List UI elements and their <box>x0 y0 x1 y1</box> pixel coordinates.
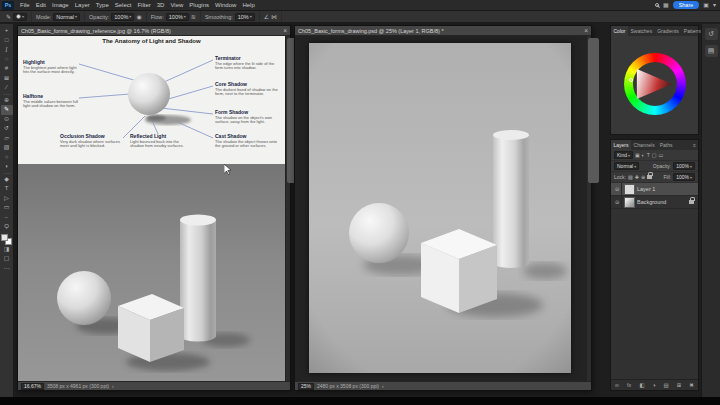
color-swatches[interactable] <box>1 234 12 245</box>
status-arrow-icon[interactable]: › <box>112 383 114 389</box>
chevron-down-icon[interactable]: ▾ <box>713 2 716 8</box>
eyedropper-tool[interactable]: ∕ <box>1 83 13 93</box>
scrollbar-thumb[interactable] <box>588 38 599 183</box>
properties-panel-icon[interactable]: ▤ <box>705 45 718 57</box>
tab-layers[interactable]: Layers <box>611 140 631 150</box>
screen-mode-button[interactable]: ▢ <box>1 254 13 264</box>
history-brush-tool[interactable]: ↺ <box>1 124 13 134</box>
type-tool[interactable]: T <box>1 184 13 194</box>
frame-tool[interactable]: ⊠ <box>1 74 13 84</box>
symmetry-icon[interactable]: ⋈ <box>271 13 277 20</box>
eraser-tool[interactable]: ▱ <box>1 134 13 144</box>
move-tool[interactable]: + <box>1 26 13 36</box>
pen-tool[interactable]: ◆ <box>1 175 13 185</box>
lock-transparency-icon[interactable]: ▨ <box>628 174 633 180</box>
tab-swatches[interactable]: Swatches <box>628 26 655 36</box>
adjustment-layer-icon[interactable]: ◑ <box>652 382 655 388</box>
menu-help[interactable]: Help <box>239 2 257 8</box>
canvas-reference[interactable]: The Anatomy of Light and Shadow <box>18 36 290 381</box>
tab-paths[interactable]: Paths <box>657 140 675 150</box>
lock-all-icon[interactable] <box>647 175 652 179</box>
layer-thumbnail[interactable] <box>624 184 635 195</box>
quick-selection-tool[interactable]: ◌ <box>1 55 13 65</box>
history-panel-icon[interactable]: ↺ <box>705 28 718 40</box>
menu-file[interactable]: File <box>17 2 33 8</box>
zoom-tool[interactable]: Ϙ <box>1 222 13 232</box>
link-layers-icon[interactable]: ∞ <box>615 382 619 388</box>
healing-brush-tool[interactable]: ⊕ <box>1 96 13 106</box>
visibility-eye-icon[interactable]: ⊙ <box>613 183 622 195</box>
toolbar-more-button[interactable]: ⋯ <box>1 264 13 274</box>
quick-mask-button[interactable]: ◨ <box>1 245 13 255</box>
color-wheel[interactable] <box>624 53 686 115</box>
menu-type[interactable]: Type <box>93 2 112 8</box>
vertical-scrollbar[interactable] <box>285 36 290 381</box>
tab-channels[interactable]: Channels <box>631 140 657 150</box>
flow-field[interactable]: 100%▾ <box>166 13 189 21</box>
filter-type-icon[interactable]: T <box>647 152 650 158</box>
share-button[interactable]: Share <box>673 1 700 9</box>
blend-mode-select[interactable]: Normal▾ <box>614 162 639 170</box>
brush-angle-icon[interactable]: ∠ <box>264 13 269 20</box>
crop-tool[interactable]: # <box>1 64 13 74</box>
layer-mask-icon[interactable]: ◧ <box>639 382 644 388</box>
document-tab-reference[interactable]: Ch05_Basic_forms_drawing_reference.jpg @… <box>18 26 290 36</box>
marquee-tool[interactable]: □ <box>1 36 13 46</box>
mode-select[interactable]: Normal▾ <box>53 13 80 21</box>
menu-filter[interactable]: Filter <box>134 2 153 8</box>
layer-thumbnail[interactable] <box>624 197 635 208</box>
document-tab-drawing[interactable]: Ch05_Basic_forms_drawing.psd @ 25% (Laye… <box>295 26 591 36</box>
layer-opacity-field[interactable]: 100%▾ <box>673 162 695 170</box>
vertical-scrollbar[interactable] <box>586 36 591 381</box>
clone-stamp-tool[interactable]: ⊙ <box>1 115 13 125</box>
layer-fill-field[interactable]: 100%▾ <box>673 173 695 181</box>
saturation-triangle[interactable] <box>633 62 677 106</box>
smoothing-field[interactable]: 10%▾ <box>235 13 255 21</box>
new-layer-icon[interactable]: ⊞ <box>677 382 682 388</box>
shape-tool[interactable]: ▭ <box>1 203 13 213</box>
pen-pressure-icon[interactable]: ◉ <box>136 13 141 20</box>
menu-select[interactable]: Select <box>112 2 135 8</box>
close-icon[interactable]: × <box>283 27 287 34</box>
path-selection-tool[interactable]: ▷ <box>1 194 13 204</box>
layer-row-background[interactable]: ⊙ Background <box>611 196 698 209</box>
filter-pixel-icon[interactable]: ▣ <box>635 152 640 158</box>
lock-pixels-icon[interactable]: ✚ <box>635 174 639 180</box>
foreground-color-swatch[interactable] <box>1 234 8 241</box>
brush-preset-picker[interactable]: ▾ <box>13 13 27 21</box>
tab-gradients[interactable]: Gradients <box>655 26 682 36</box>
layer-group-icon[interactable]: ▤ <box>664 382 669 388</box>
menu-3d[interactable]: 3D <box>154 2 168 8</box>
visibility-eye-icon[interactable]: ⊙ <box>613 196 622 208</box>
zoom-level-field[interactable]: 25% <box>298 383 314 390</box>
hue-handle[interactable] <box>629 78 633 82</box>
delete-layer-icon[interactable]: ✖ <box>689 382 694 388</box>
brush-tool-icon[interactable]: ✎ <box>6 13 11 20</box>
close-icon[interactable]: × <box>584 27 588 34</box>
filter-smart-icon[interactable]: ▭ <box>659 152 664 158</box>
lasso-tool[interactable]: ʃ <box>1 45 13 55</box>
airbrush-icon[interactable]: ≋ <box>191 13 196 20</box>
menu-layer[interactable]: Layer <box>72 2 93 8</box>
hand-tool[interactable]: ⌣ <box>1 213 13 223</box>
layer-row-layer1[interactable]: ⊙ Layer 1 <box>611 183 698 196</box>
brush-tool[interactable]: ✎ <box>1 105 13 115</box>
status-arrow-icon[interactable]: › <box>382 383 384 389</box>
filter-kind-select[interactable]: Kind▾ <box>614 151 633 159</box>
menu-edit[interactable]: Edit <box>33 2 49 8</box>
menu-plugins[interactable]: Plugins <box>186 2 212 8</box>
canvas-drawing[interactable] <box>295 36 591 381</box>
layer-effects-icon[interactable]: fx <box>627 382 631 388</box>
zoom-level-field[interactable]: 16.67% <box>21 383 44 390</box>
workspace-icon[interactable]: ▦ <box>663 2 669 8</box>
dodge-tool[interactable]: ◖ <box>1 162 13 172</box>
menu-window[interactable]: Window <box>212 2 239 8</box>
menu-view[interactable]: View <box>167 2 186 8</box>
menu-image[interactable]: Image <box>49 2 72 8</box>
panels-icon[interactable]: ▣ <box>703 2 709 8</box>
filter-adjustment-icon[interactable]: ◐ <box>642 152 645 158</box>
gradient-tool[interactable]: ▨ <box>1 143 13 153</box>
panel-menu-icon[interactable]: ≡ <box>691 140 698 150</box>
filter-shape-icon[interactable]: ▢ <box>652 152 657 158</box>
blur-tool[interactable]: ○ <box>1 153 13 163</box>
